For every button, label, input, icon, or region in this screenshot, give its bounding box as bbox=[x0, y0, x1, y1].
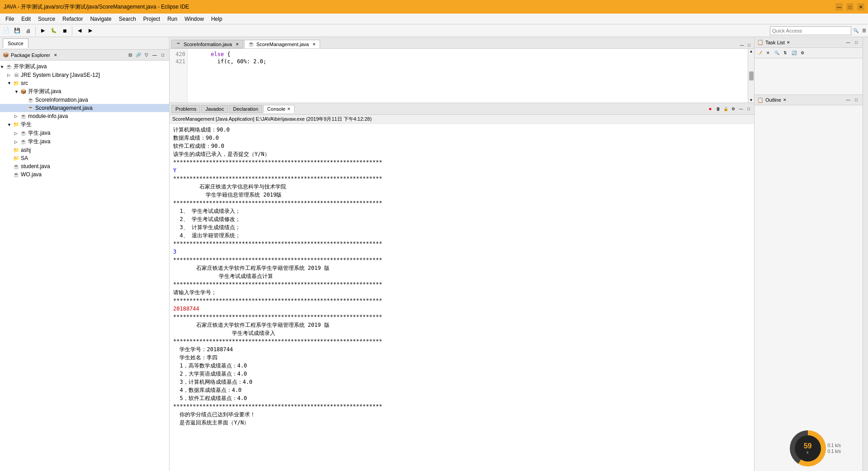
stop-button[interactable]: ⏹ bbox=[60, 26, 69, 35]
tree-item-student1[interactable]: ▷ ☕ 学生.java bbox=[0, 129, 169, 137]
tab-javadoc[interactable]: Javadoc bbox=[201, 105, 228, 113]
tree-item-jre[interactable]: ▷ 🏛 JRE System Library [JavaSE-12] bbox=[0, 71, 169, 79]
editor-scrollbar[interactable]: ▲ ▼ bbox=[748, 49, 754, 103]
tree-item-score-mgmt[interactable]: ☕ ScoreManagement.java bbox=[0, 104, 169, 112]
maximize-editor-button[interactable]: □ bbox=[746, 42, 752, 48]
scroll-up-arrow[interactable]: ▲ bbox=[750, 49, 753, 53]
score-info-icon: ☕ bbox=[27, 96, 34, 104]
minimize-view-button[interactable]: — bbox=[151, 52, 158, 59]
menu-refactor[interactable]: Refactor bbox=[59, 15, 86, 23]
maximize-button[interactable]: □ bbox=[846, 3, 854, 10]
tree-item-package[interactable]: ▼ 📦 开学测试.java bbox=[0, 87, 169, 96]
console-line: ****************************************… bbox=[173, 297, 750, 305]
tab-problems[interactable]: Problems bbox=[171, 105, 200, 113]
clear-console-button[interactable]: 🗑 bbox=[714, 105, 722, 113]
tree-item-wo[interactable]: ☕ WO.java bbox=[0, 170, 169, 179]
package-icon: 📦 bbox=[20, 88, 27, 95]
editor-tab-controls: — □ bbox=[739, 42, 752, 48]
new-button[interactable]: 📄 bbox=[2, 26, 11, 35]
minimize-button[interactable]: — bbox=[835, 3, 843, 10]
speed-dial: 59 k bbox=[790, 430, 826, 466]
task-filter-button[interactable]: 🔍 bbox=[773, 49, 781, 57]
task-list-icon: 📋 bbox=[757, 39, 764, 45]
link-with-editor-button[interactable]: 🔗 bbox=[135, 52, 142, 59]
view-menu-button[interactable]: ▽ bbox=[143, 52, 150, 59]
console-output[interactable]: 计算机网络成绩：90.0数据库成绩：90.0软件工程成绩：90.0该学生的成绩已… bbox=[170, 124, 754, 471]
pkg-explorer-close[interactable]: ✕ bbox=[54, 53, 57, 57]
back-button[interactable]: ◀ bbox=[75, 26, 84, 35]
collapse-all-button[interactable]: ⊟ bbox=[127, 52, 134, 59]
console-line: ****************************************… bbox=[173, 158, 750, 166]
tree-item-project[interactable]: ▼ ☕ 开学测试.java bbox=[0, 62, 169, 71]
console-settings-button[interactable]: ⚙ bbox=[730, 105, 737, 113]
right-sidebar: 📋 Task List ✕ — □ 📝 ✕ 🔍 ⇅ 🔄 ⚙ 📋 Outline … bbox=[754, 37, 863, 471]
perspective-button[interactable]: ☰ bbox=[862, 28, 866, 33]
menu-help[interactable]: Help bbox=[208, 15, 226, 23]
menu-file[interactable]: File bbox=[2, 15, 18, 23]
task-new-button[interactable]: 📝 bbox=[755, 49, 764, 57]
scroll-lock-button[interactable]: 🔒 bbox=[722, 105, 729, 113]
console-line: 石家庄铁道大学软件工程系学生学籍管理系统 2019 版 bbox=[173, 321, 750, 329]
scroll-down-arrow[interactable]: ▼ bbox=[750, 98, 753, 102]
speed-unit: k bbox=[807, 450, 809, 455]
tree-item-sa[interactable]: 📁 SA bbox=[0, 154, 169, 162]
console-line: 学生学籍信息管理系统 2019版 bbox=[173, 191, 750, 199]
save-button[interactable]: 💾 bbox=[13, 26, 22, 35]
tab-console[interactable]: Console ✕ bbox=[263, 105, 295, 113]
tab-declaration[interactable]: Declaration bbox=[229, 105, 262, 113]
close-button[interactable]: ✕ bbox=[857, 3, 864, 10]
scroll-thumb[interactable] bbox=[749, 71, 754, 80]
run-button[interactable]: ▶ bbox=[38, 26, 47, 35]
task-sort-button[interactable]: ⇅ bbox=[781, 49, 789, 57]
maximize-view-button[interactable]: □ bbox=[159, 52, 166, 59]
forward-button[interactable]: ▶ bbox=[86, 26, 95, 35]
line-numbers: 420 421 bbox=[170, 49, 188, 103]
tree-item-src[interactable]: ▼ 📁 src bbox=[0, 79, 169, 87]
score-mgmt-tab-close[interactable]: ✕ bbox=[312, 42, 316, 47]
menu-source[interactable]: Source bbox=[34, 15, 59, 23]
console-line: ****************************************… bbox=[173, 174, 750, 183]
menu-project[interactable]: Project bbox=[140, 15, 164, 23]
task-delete-button[interactable]: ✕ bbox=[764, 49, 772, 57]
menu-window[interactable]: Window bbox=[181, 15, 208, 23]
menu-navigate[interactable]: Navigate bbox=[86, 15, 115, 23]
minimize-editor-button[interactable]: — bbox=[739, 42, 745, 48]
console-line: ****************************************… bbox=[173, 313, 750, 321]
tree-item-ashj[interactable]: 📁 ashj bbox=[0, 146, 169, 154]
far-right-scrollbar[interactable] bbox=[863, 37, 868, 471]
console-header: ScoreManagement [Java Application] E:\JA… bbox=[170, 115, 754, 124]
debug-button[interactable]: 🐛 bbox=[49, 26, 58, 35]
task-list-close[interactable]: ✕ bbox=[787, 40, 790, 45]
menu-edit[interactable]: Edit bbox=[18, 15, 34, 23]
source-tab-bar: Source bbox=[0, 37, 169, 50]
menu-search[interactable]: Search bbox=[115, 15, 140, 23]
task-list-minimize[interactable]: — bbox=[844, 39, 852, 46]
menu-run[interactable]: Run bbox=[164, 15, 181, 23]
title-bar: JAVA - 开学测试.java/src/开学测试/java/ScoreMana… bbox=[0, 0, 868, 14]
stop-console-button[interactable]: ■ bbox=[707, 105, 714, 113]
outline-minimize[interactable]: — bbox=[844, 96, 852, 104]
problems-tab-label: Problems bbox=[175, 106, 196, 112]
tree-item-student-java[interactable]: ☕ student.java bbox=[0, 162, 169, 170]
tree-item-module[interactable]: ▷ ☕ module-info.java bbox=[0, 112, 169, 120]
maximize-console-button[interactable]: □ bbox=[745, 105, 752, 113]
tab-score-info[interactable]: ☕ ScoreInformation.java ✕ bbox=[171, 40, 243, 48]
score-info-tab-close[interactable]: ✕ bbox=[236, 42, 239, 47]
code-content[interactable]: else { if(c, 60%: 2.0; bbox=[188, 49, 748, 103]
outline-maximize[interactable]: □ bbox=[853, 96, 860, 104]
task-toolbar: 📝 ✕ 🔍 ⇅ 🔄 ⚙ bbox=[755, 48, 863, 58]
tree-item-student-folder[interactable]: ▼ 📁 学生 bbox=[0, 120, 169, 129]
source-tab-item[interactable]: Source bbox=[3, 38, 28, 48]
tree-item-score-info[interactable]: ☕ ScoreInformation.java bbox=[0, 96, 169, 104]
task-list-maximize[interactable]: □ bbox=[853, 39, 860, 46]
score-mgmt-tab-icon: ☕ bbox=[248, 41, 255, 47]
task-refresh-button[interactable]: 🔄 bbox=[790, 49, 798, 57]
print-button[interactable]: 🖨 bbox=[24, 26, 33, 35]
task-settings-button[interactable]: ⚙ bbox=[798, 49, 807, 57]
minimize-console-button[interactable]: — bbox=[737, 105, 745, 113]
quick-access-input[interactable] bbox=[770, 26, 851, 35]
tab-score-mgmt[interactable]: ☕ ScoreManagement.java ✕ bbox=[244, 40, 320, 48]
console-tab-close[interactable]: ✕ bbox=[287, 107, 291, 111]
tree-item-student2[interactable]: ▷ ☕ 学生.java bbox=[0, 137, 169, 146]
outline-close[interactable]: ✕ bbox=[783, 98, 787, 102]
